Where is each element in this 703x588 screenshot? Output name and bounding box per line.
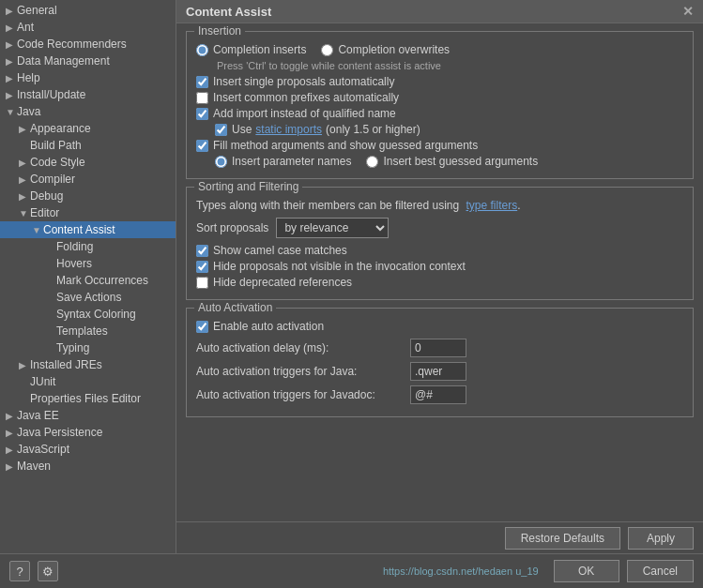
static-imports-link[interactable]: static imports bbox=[255, 123, 322, 136]
insert-param-label[interactable]: Insert parameter names bbox=[215, 155, 351, 168]
tree-label: Folding bbox=[56, 240, 172, 253]
tree-item-typing[interactable]: Typing bbox=[0, 339, 176, 356]
tree-arrow: ▶ bbox=[19, 191, 30, 202]
tree-item-java[interactable]: ▼Java bbox=[0, 103, 176, 120]
tree-item-install-update[interactable]: ▶Install/Update bbox=[0, 86, 176, 103]
tree-item-ant[interactable]: ▶Ant bbox=[0, 19, 176, 36]
use-static-checkbox[interactable] bbox=[215, 124, 227, 136]
camel-case-checkbox[interactable] bbox=[196, 245, 208, 257]
tree-item-hovers[interactable]: Hovers bbox=[0, 255, 176, 272]
insert-single-label[interactable]: Insert single proposals automatically bbox=[196, 75, 683, 88]
insert-best-radio[interactable] bbox=[366, 156, 378, 168]
tree-item-data-management[interactable]: ▶Data Management bbox=[0, 53, 176, 69]
enable-auto-checkbox[interactable] bbox=[196, 321, 208, 333]
tree-item-content-assist[interactable]: ▼Content Assist bbox=[0, 221, 176, 238]
tree-label: Install/Update bbox=[17, 88, 172, 101]
tree-item-code-recommenders[interactable]: ▶Code Recommenders bbox=[0, 36, 176, 53]
tree-item-java-persistence[interactable]: ▶Java Persistence bbox=[0, 424, 176, 441]
type-filters-link[interactable]: type filters bbox=[466, 199, 518, 212]
camel-case-label[interactable]: Show camel case matches bbox=[196, 244, 683, 257]
tree-label: General bbox=[17, 4, 172, 17]
right-header: Content Assist ✕ bbox=[176, 0, 703, 23]
tree-item-properties-files-editor[interactable]: Properties Files Editor bbox=[0, 390, 176, 407]
hide-proposals-checkbox[interactable] bbox=[196, 261, 208, 273]
triggers-javadoc-input[interactable] bbox=[410, 385, 466, 404]
tree-item-installed-jres[interactable]: ▶Installed JREs bbox=[0, 356, 176, 373]
tree-item-code-style[interactable]: ▶Code Style bbox=[0, 154, 176, 171]
tree-item-help[interactable]: ▶Help bbox=[0, 69, 176, 86]
settings-button[interactable]: ⚙ bbox=[38, 561, 58, 581]
triggers-java-label: Auto activation triggers for Java: bbox=[196, 365, 403, 378]
delay-input[interactable] bbox=[410, 339, 466, 357]
insert-common-checkbox[interactable] bbox=[196, 92, 208, 104]
tree-arrow: ▶ bbox=[6, 411, 17, 421]
insert-single-checkbox[interactable] bbox=[196, 76, 208, 88]
completion-overwrites-label[interactable]: Completion overwrites bbox=[321, 43, 450, 56]
fill-method-checkbox[interactable] bbox=[196, 140, 208, 152]
tree-item-save-actions[interactable]: Save Actions bbox=[0, 289, 176, 306]
tree-arrow: ▶ bbox=[6, 461, 17, 472]
tree-item-compiler[interactable]: ▶Compiler bbox=[0, 171, 176, 188]
help-button[interactable]: ? bbox=[9, 561, 30, 581]
tree-label: Content Assist bbox=[43, 223, 172, 236]
tree-label: Hovers bbox=[56, 257, 172, 270]
tree-item-java-ee[interactable]: ▶Java EE bbox=[0, 407, 176, 424]
tree-item-appearance[interactable]: ▶Appearance bbox=[0, 120, 176, 137]
tree-label: Installed JREs bbox=[30, 358, 172, 371]
tree-item-javascript[interactable]: ▶JavaScript bbox=[0, 441, 176, 458]
bottom-bar: ? ⚙ https://blog.csdn.net/hedaen u_19 OK… bbox=[0, 553, 703, 588]
completion-overwrites-radio[interactable] bbox=[321, 44, 333, 56]
tree-item-syntax-coloring[interactable]: Syntax Coloring bbox=[0, 306, 176, 323]
enable-auto-label[interactable]: Enable auto activation bbox=[196, 320, 683, 333]
triggers-javadoc-row: Auto activation triggers for Javadoc: bbox=[196, 385, 683, 404]
tree-label: Java EE bbox=[17, 409, 172, 422]
tree-item-maven[interactable]: ▶Maven bbox=[0, 458, 176, 475]
tree-item-templates[interactable]: Templates bbox=[0, 323, 176, 339]
hide-deprecated-label[interactable]: Hide deprecated references bbox=[196, 276, 683, 289]
triggers-java-input[interactable] bbox=[410, 362, 466, 381]
tree-item-general[interactable]: ▶General bbox=[0, 2, 176, 19]
bottom-right-buttons: https://blog.csdn.net/hedaen u_19 OK Can… bbox=[383, 560, 694, 582]
use-static-label[interactable]: Use static imports (only 1.5 or higher) bbox=[215, 123, 683, 136]
tree-item-build-path[interactable]: Build Path bbox=[0, 137, 176, 154]
use-static-suffix: (only 1.5 or higher) bbox=[326, 123, 420, 136]
delay-label: Auto activation delay (ms): bbox=[196, 341, 403, 354]
add-import-checkbox[interactable] bbox=[196, 108, 208, 120]
tree-item-junit[interactable]: JUnit bbox=[0, 373, 176, 390]
tree-arrow: ▶ bbox=[19, 124, 30, 134]
tree-item-editor[interactable]: ▼Editor bbox=[0, 204, 176, 221]
insert-best-label[interactable]: Insert best guessed arguments bbox=[366, 155, 538, 168]
apply-button[interactable]: Apply bbox=[628, 527, 694, 550]
tree-label: Help bbox=[17, 71, 172, 84]
completion-inserts-label[interactable]: Completion inserts bbox=[196, 43, 306, 56]
insert-common-label[interactable]: Insert common prefixes automatically bbox=[196, 91, 683, 104]
tree-label: Build Path bbox=[30, 139, 172, 152]
sort-select[interactable]: alphabeticallyby relevance bbox=[276, 218, 389, 238]
sort-row: Sort proposals alphabeticallyby relevanc… bbox=[196, 218, 683, 238]
tree-arrow: ▶ bbox=[6, 73, 17, 83]
tree-label: Appearance bbox=[30, 122, 172, 135]
hide-deprecated-checkbox[interactable] bbox=[196, 277, 208, 289]
completion-inserts-radio[interactable] bbox=[196, 44, 208, 56]
triggers-javadoc-label: Auto activation triggers for Javadoc: bbox=[196, 388, 403, 401]
tree-label: Debug bbox=[30, 189, 172, 203]
tree-arrow: ▶ bbox=[19, 360, 30, 370]
insert-param-radio[interactable] bbox=[215, 156, 227, 168]
fill-method-label[interactable]: Fill method arguments and show guessed a… bbox=[196, 139, 683, 152]
ok-button[interactable]: OK bbox=[554, 560, 619, 582]
cancel-button[interactable]: Cancel bbox=[627, 560, 694, 582]
hide-proposals-label[interactable]: Hide proposals not visible in the invoca… bbox=[196, 260, 683, 273]
tree-item-folding[interactable]: Folding bbox=[0, 238, 176, 255]
tree-label: Maven bbox=[17, 460, 172, 473]
tree-label: Ant bbox=[17, 21, 172, 34]
close-icon[interactable]: ✕ bbox=[682, 4, 694, 19]
tree-arrow: ▶ bbox=[6, 428, 17, 438]
tree-panel: ▶General▶Ant▶Code Recommenders▶Data Mana… bbox=[0, 0, 176, 553]
tree-label: Templates bbox=[56, 324, 172, 338]
tree-label: Code Style bbox=[30, 156, 172, 169]
sort-label: Sort proposals bbox=[196, 221, 268, 234]
tree-item-mark-occurrences[interactable]: Mark Occurrences bbox=[0, 272, 176, 289]
restore-defaults-button[interactable]: Restore Defaults bbox=[505, 527, 620, 550]
tree-item-debug[interactable]: ▶Debug bbox=[0, 188, 176, 204]
add-import-label[interactable]: Add import instead of qualified name bbox=[196, 107, 683, 120]
